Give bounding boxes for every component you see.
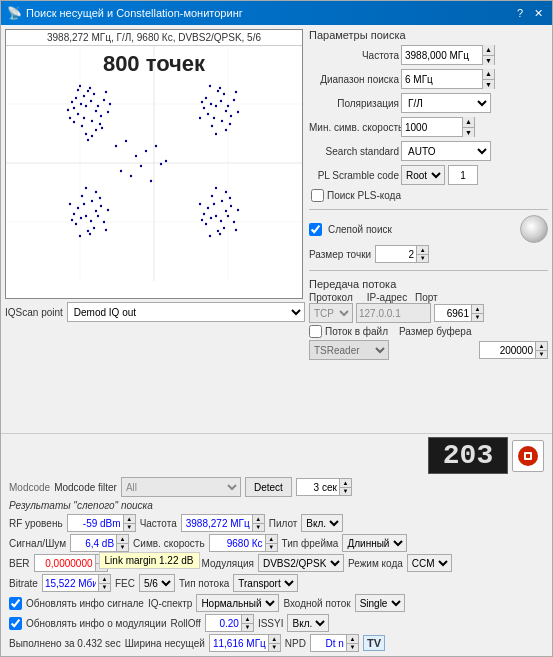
svg-point-109 [235, 229, 237, 231]
fec-combo[interactable]: 5/6 [139, 574, 175, 592]
range-input[interactable] [402, 70, 482, 88]
sec-input[interactable] [297, 479, 339, 495]
freq-res-input[interactable] [182, 515, 252, 531]
modcode-section: Modcode Modcode filter All Detect ▲ ▼ [5, 477, 548, 497]
stop-button[interactable] [512, 440, 544, 472]
port-input[interactable] [435, 305, 471, 321]
svg-point-31 [91, 135, 93, 137]
stream-type-label: Тип потока [179, 578, 229, 589]
pol-combo[interactable]: Г/Л [401, 93, 491, 113]
bandwidth-up[interactable]: ▲ [268, 635, 280, 644]
buf-up[interactable]: ▲ [535, 342, 547, 351]
update-mod-checkbox[interactable] [9, 617, 22, 630]
range-input-group: ▲ ▼ [401, 69, 495, 89]
pol-row: Поляризация Г/Л [309, 93, 548, 113]
blind-search-checkbox[interactable] [309, 223, 322, 236]
pls-checkbox[interactable] [311, 189, 324, 202]
rf-up[interactable]: ▲ [123, 515, 135, 524]
issyi-combo[interactable]: Вкл. [287, 614, 329, 632]
bitrate-down[interactable]: ▼ [98, 584, 110, 592]
update-signal-checkbox[interactable] [9, 597, 22, 610]
file-checkbox[interactable] [309, 325, 322, 338]
constellation-plot: 800 точек [6, 46, 302, 286]
svg-point-39 [220, 100, 222, 102]
mod-combo[interactable]: DVBS2/QPSK [258, 554, 344, 572]
detect-button[interactable]: Detect [245, 477, 292, 497]
svg-point-78 [99, 197, 101, 199]
results-title: Результаты "слепого" поиска [5, 500, 548, 511]
bandwidth-input[interactable] [210, 635, 268, 651]
svg-point-120 [160, 163, 162, 165]
protocol-combo[interactable]: TCP [309, 303, 353, 323]
sym-rate-up[interactable]: ▲ [265, 535, 277, 544]
rolloff-up[interactable]: ▲ [241, 615, 253, 624]
svg-point-82 [79, 235, 81, 237]
ip-label: IP-адрес [362, 292, 412, 303]
point-size-up[interactable]: ▲ [416, 246, 428, 255]
help-button[interactable]: ? [512, 5, 528, 21]
npd-input[interactable] [311, 635, 346, 651]
freq-input[interactable] [402, 46, 482, 64]
npd-up[interactable]: ▲ [346, 635, 358, 644]
ber-input[interactable] [35, 555, 95, 571]
search-std-combo[interactable]: AUTO [401, 141, 491, 161]
min-rate-up[interactable]: ▲ [462, 117, 474, 128]
buf-down[interactable]: ▼ [535, 351, 547, 359]
port-up[interactable]: ▲ [471, 305, 483, 314]
min-rate-input[interactable] [402, 118, 462, 136]
iq-scan-combo[interactable]: Demod IQ out [67, 302, 305, 322]
buf-input[interactable] [480, 342, 535, 358]
rf-input[interactable] [68, 515, 123, 531]
pl-num[interactable] [448, 165, 478, 185]
iq-spectrum-combo[interactable]: Нормальный [196, 594, 279, 612]
snr-input[interactable] [71, 535, 116, 551]
svg-point-20 [81, 125, 83, 127]
sec-down[interactable]: ▼ [339, 488, 351, 496]
svg-point-24 [107, 111, 109, 113]
pilot-combo[interactable]: Вкл. [301, 514, 343, 532]
rolloff-input[interactable] [206, 615, 241, 631]
bandwidth-down[interactable]: ▼ [268, 644, 280, 652]
bitrate-up[interactable]: ▲ [98, 575, 110, 584]
range-down[interactable]: ▼ [482, 80, 494, 90]
sym-rate-input[interactable] [210, 535, 265, 551]
close-button[interactable]: ✕ [530, 5, 546, 21]
frame-combo[interactable]: Длинный [342, 534, 407, 552]
sec-spin: ▲ ▼ [296, 478, 352, 496]
port-spin: ▲ ▼ [434, 304, 484, 322]
rf-down[interactable]: ▼ [123, 524, 135, 532]
freq-res-down[interactable]: ▼ [252, 524, 264, 532]
left-panel: 3988,272 МГц, Г/Л, 9680 Кс, DVBS2/QPSK, … [5, 29, 305, 429]
pl-combo1[interactable]: Root [401, 165, 445, 185]
input-stream-combo[interactable]: Single [355, 594, 405, 612]
svg-point-34 [77, 89, 79, 91]
point-size-down[interactable]: ▼ [416, 255, 428, 263]
ip-input[interactable] [356, 303, 431, 323]
buf-spin: ▲ ▼ [479, 341, 548, 359]
svg-point-69 [93, 227, 95, 229]
stream-type-combo[interactable]: Transport [233, 574, 298, 592]
min-rate-down[interactable]: ▼ [462, 128, 474, 138]
svg-point-27 [95, 129, 97, 131]
snr-down[interactable]: ▼ [116, 544, 128, 552]
freq-down[interactable]: ▼ [482, 56, 494, 66]
npd-down[interactable]: ▼ [346, 644, 358, 652]
tsreader-combo[interactable]: TSReader [309, 340, 389, 360]
freq-res-up[interactable]: ▲ [252, 515, 264, 524]
range-up[interactable]: ▲ [482, 69, 494, 80]
bitrate-input[interactable] [43, 575, 98, 591]
rolloff-down[interactable]: ▼ [241, 624, 253, 632]
freq-up[interactable]: ▲ [482, 45, 494, 56]
svg-point-28 [69, 117, 71, 119]
freq-input-group: ▲ ▼ [401, 45, 495, 65]
sym-rate-down[interactable]: ▼ [265, 544, 277, 552]
bitrate-label: Bitrate [9, 578, 38, 589]
modcode-combo[interactable]: All [121, 477, 241, 497]
code-mode-combo[interactable]: CCM [407, 554, 452, 572]
point-size-input[interactable] [376, 246, 416, 262]
sec-up[interactable]: ▲ [339, 479, 351, 488]
sym-rate-label: Симв. скорость [133, 538, 205, 549]
port-down[interactable]: ▼ [471, 314, 483, 322]
min-rate-label: Мин. симв. скорость [309, 122, 399, 133]
snr-up[interactable]: ▲ [116, 535, 128, 544]
